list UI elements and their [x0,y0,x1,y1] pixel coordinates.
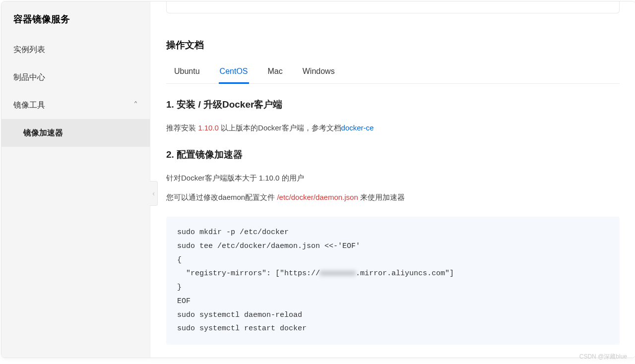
sidebar-item-label: 镜像工具 [13,99,45,111]
step1-paragraph: 推荐安装 1.10.0 以上版本的Docker客户端，参考文档docker-ce [166,122,620,134]
code-line: { [177,256,182,264]
text: 针对Docker客户端版本大于 [166,174,259,182]
sidebar-item-label: 实例列表 [13,44,45,56]
text: 来使用加速器 [358,193,405,201]
sidebar-item-instances[interactable]: 实例列表 [1,36,150,63]
step2-paragraph2: 您可以通过修改daemon配置文件 /etc/docker/daemon.jso… [166,192,620,203]
watermark: CSDN @深藏blue [579,352,627,361]
code-line: sudo systemctl restart docker [177,324,307,333]
docker-ce-link[interactable]: docker-ce [341,123,374,132]
text: 以上版本的Docker客户端，参考文档 [219,123,341,132]
sidebar-title: 容器镜像服务 [1,1,150,36]
sidebar-collapse-handle[interactable]: ‹ [150,181,158,206]
sidebar-subitem-mirror-accelerator[interactable]: 镜像加速器 [1,119,150,147]
step1-heading: 1. 安装 / 升级Docker客户端 [166,98,620,112]
sidebar: 容器镜像服务 实例列表 制品中心 镜像工具 ˄ 镜像加速器 ‹ [1,1,150,358]
os-tabs: Ubuntu CentOS Mac Windows [166,61,620,84]
code-line: "registry-mirrors": ["https:// [177,269,320,278]
code-block[interactable]: sudo mkdir -p /etc/docker sudo tee /etc/… [166,217,620,345]
text: 您可以通过修改daemon配置文件 [166,193,277,201]
code-line: EOF [177,297,190,305]
chevron-up-icon: ˄ [133,101,138,110]
config-path: /etc/docker/daemon.json [277,193,358,201]
section-title: 操作文档 [166,38,620,53]
code-line: sudo systemctl daemon-reload [177,311,302,319]
sidebar-item-image-tools[interactable]: 镜像工具 ˄ [1,91,150,119]
version-text: 1.10.0 [198,123,219,132]
top-empty-card [166,1,620,13]
chevron-left-icon: ‹ [152,188,155,199]
code-line: .mirror.aliyuncs.com"] [356,269,454,278]
code-line: } [177,283,182,292]
text: 的用户 [279,174,304,182]
blurred-subdomain: xxxxxxxx [320,269,356,278]
tab-ubuntu[interactable]: Ubuntu [173,61,201,84]
tab-windows[interactable]: Windows [302,61,336,84]
version-text: 1.10.0 [259,174,280,182]
sidebar-item-label: 制品中心 [13,71,45,83]
step2-paragraph1: 针对Docker客户端版本大于 1.10.0 的用户 [166,173,620,184]
sidebar-item-artifacts[interactable]: 制品中心 [1,63,150,91]
app-window: 容器镜像服务 实例列表 制品中心 镜像工具 ˄ 镜像加速器 ‹ 操作文档 Ubu… [1,1,635,358]
tab-mac[interactable]: Mac [267,61,284,84]
code-line: sudo tee /etc/docker/daemon.json <<-'EOF… [177,242,360,250]
tab-centos[interactable]: CentOS [219,61,249,84]
text: 推荐安装 [166,123,198,132]
main-content: 操作文档 Ubuntu CentOS Mac Windows 1. 安装 / 升… [150,1,635,358]
sidebar-item-label: 镜像加速器 [23,128,63,137]
step2-heading: 2. 配置镜像加速器 [166,148,620,162]
code-line: sudo mkdir -p /etc/docker [177,228,289,237]
